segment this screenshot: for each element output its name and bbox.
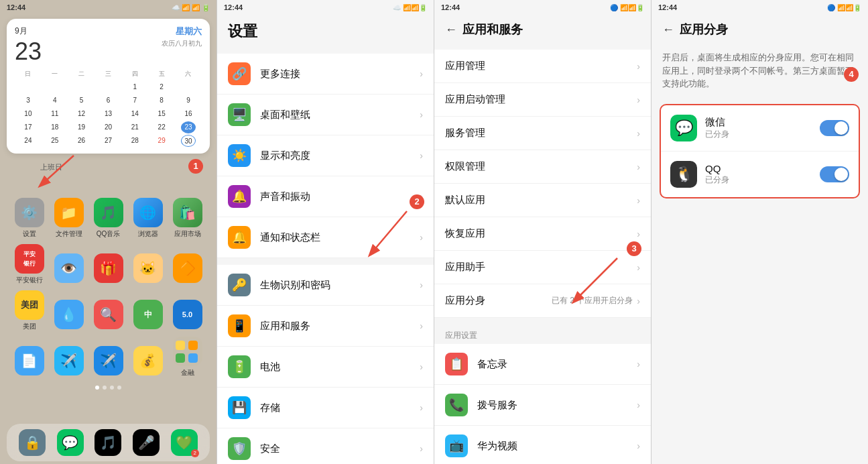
app-qqmusic[interactable]: 🎵 QQ音乐 [92, 198, 125, 239]
app-settings[interactable]: ⚙️ 设置 [13, 198, 46, 239]
app-settings-label: 设置 [23, 229, 36, 239]
item-restore-app[interactable]: 恢复应用 › [434, 217, 651, 251]
back-btn-4[interactable]: ← [662, 23, 674, 37]
item-app-manage[interactable]: 应用管理 › [434, 50, 651, 83]
app-row-1: ⚙️ 设置 📁 文件管理 🎵 QQ音乐 🌐 浏览器 🛍️ 应用市场 [7, 198, 210, 239]
app-finance-folder[interactable]: 金融 [171, 337, 204, 378]
item-app-clone[interactable]: 应用分身 已有 2 个应用开启分身 › [434, 284, 651, 318]
label-display: 显示和亮度 [260, 150, 410, 162]
app-appstore[interactable]: 🛍️ 应用市场 [171, 198, 204, 239]
time-1: 12:44 [7, 3, 25, 11]
app-row-4: 📄 ✈️ ✈️ 💰 金融 [7, 337, 210, 378]
app-4-1-icon: 📄 [15, 346, 44, 375]
item-app-startup[interactable]: 应用启动管理 › [434, 83, 651, 117]
app-3-2-icon: 💧 [54, 300, 84, 329]
app-2-2[interactable]: 👁️ [52, 253, 86, 285]
item-permission[interactable]: 权限管理 › [434, 150, 651, 184]
app-filemanager[interactable]: 📁 文件管理 [52, 198, 86, 239]
settings-item-apps[interactable]: 📱 应用和服务 › [217, 306, 434, 347]
settings-item-sound[interactable]: 🔔 声音和振动 › [217, 176, 434, 217]
time-4: 12:44 [658, 3, 677, 11]
settings-item-security[interactable]: 🛡️ 安全 › [217, 428, 434, 464]
item-service-manage[interactable]: 服务管理 › [434, 117, 651, 150]
cal-month: 9月 [15, 25, 42, 37]
wechat-toggle[interactable] [820, 120, 849, 136]
qq-name: QQ [705, 163, 812, 174]
calendar-widget: 9月 23 星期六 农历八月初九 日 一 二 三 四 五 六 [7, 19, 210, 154]
qq-clone-info: QQ 已分身 [705, 163, 812, 186]
settings-item-notification[interactable]: 🔔 通知和状态栏 › [217, 217, 434, 258]
section-title-app-settings: 应用设置 [434, 325, 651, 344]
app-4-1[interactable]: 📄 [13, 346, 46, 378]
app-telegram2-icon: ✈️ [94, 346, 123, 375]
app-4-4[interactable]: 💰 [131, 346, 165, 378]
app-3-2[interactable]: 💧 [52, 300, 86, 331]
dock-wechat[interactable]: 💬 [54, 429, 87, 456]
app-qqmusic-label: QQ音乐 [97, 229, 121, 239]
home-content: 9月 23 星期六 农历八月初九 日 一 二 三 四 五 六 [0, 15, 216, 421]
icon-memos: 📋 [445, 353, 468, 375]
dock-tiktok[interactable]: 🎤 [129, 429, 163, 456]
settings-item-biometric[interactable]: 🔑 生物识别和密码 › [217, 265, 434, 306]
app-2-4[interactable]: 🐱 [131, 253, 165, 285]
step-badge-1: 1 [188, 159, 203, 174]
icons-1: ☁️ 📶 📶 🔋 [172, 4, 210, 11]
icon-phone-service: 📞 [445, 394, 468, 416]
clone-wechat[interactable]: 💬 微信 已分身 [661, 105, 859, 152]
settings-item-more-connect[interactable]: 🔗 更多连接 › [217, 54, 434, 95]
item-huawei-video[interactable]: 📺 华为视频 › [434, 426, 651, 464]
app-2-3[interactable]: 🎁 [92, 253, 125, 285]
dock-music-icon: 🎵 [95, 429, 121, 456]
app-browser-icon: 🌐 [133, 198, 163, 227]
qq-clone-icon: 🐧 [670, 161, 697, 188]
dock-last[interactable]: 💚 2 [168, 429, 201, 456]
item-app-assistant[interactable]: 应用助手 › [434, 251, 651, 284]
icons-2: ☁️ 📶📶🔋 [393, 4, 427, 11]
apps-services-list: 应用管理 › 应用启动管理 › 服务管理 › 权限管理 › 默认应用 › 恢复应… [434, 43, 651, 464]
app-2-5-icon: 🔶 [173, 253, 202, 283]
dock-lock[interactable]: 🔒 [15, 429, 49, 456]
app-row-2: 平安银行 平安银行 👁️ 🎁 🐱 🔶 [7, 244, 210, 285]
app-browser[interactable]: 🌐 浏览器 [131, 198, 165, 239]
back-btn-3[interactable]: ← [445, 23, 457, 37]
settings-item-battery[interactable]: 🔋 电池 › [217, 347, 434, 388]
label-biometric: 生物识别和密码 [260, 279, 410, 292]
qq-toggle[interactable] [820, 166, 849, 182]
app-2-3-icon: 🎁 [94, 253, 123, 283]
app-3-5[interactable]: 5.0 [171, 300, 204, 331]
label-huawei-video: 华为视频 [477, 440, 627, 453]
icon-more-connect: 🔗 [228, 62, 251, 85]
dot-4 [117, 386, 121, 390]
chevron-biometric: › [420, 280, 423, 290]
label-battery: 电池 [260, 361, 410, 373]
item-memos[interactable]: 📋 备忘录 › [434, 344, 651, 385]
page-dots [7, 386, 210, 390]
notification-label: 上班日 [40, 162, 62, 172]
app-3-4[interactable]: 中 [131, 300, 165, 331]
app-telegram2[interactable]: ✈️ [92, 346, 125, 378]
status-bar-1: 12:44 ☁️ 📶 📶 🔋 [0, 0, 216, 15]
cal-weekday: 星期六 [162, 25, 202, 38]
settings-item-desktop[interactable]: 🖥️ 桌面和壁纸 › [217, 95, 434, 135]
app-3-5-icon: 5.0 [173, 300, 202, 329]
settings-item-storage[interactable]: 💾 存储 › [217, 388, 434, 428]
item-phone-service[interactable]: 📞 拨号服务 › [434, 385, 651, 426]
app-3-3[interactable]: 🔍 [92, 300, 125, 331]
chevron-huawei-video: › [637, 441, 640, 451]
icons-4: 🔵 📶📶🔋 [827, 4, 861, 11]
app-2-5[interactable]: 🔶 [171, 253, 204, 285]
app-telegram1[interactable]: ✈️ [52, 346, 86, 378]
app-pinganbk[interactable]: 平安银行 平安银行 [13, 244, 46, 285]
clone-qq[interactable]: 🐧 QQ 已分身 [661, 152, 859, 197]
app-3-3-icon: 🔍 [94, 300, 123, 329]
dock-music[interactable]: 🎵 [91, 429, 125, 456]
settings-item-display[interactable]: ☀️ 显示和亮度 › [217, 135, 434, 176]
label-phone-service: 拨号服务 [477, 399, 627, 412]
app-meituan[interactable]: 美团 美团 [13, 290, 46, 331]
item-default-app[interactable]: 默认应用 › [434, 184, 651, 217]
wechat-name: 微信 [705, 116, 812, 129]
cal-day: 23 [15, 40, 42, 64]
icons-3: 🔵 📶📶🔋 [610, 4, 644, 11]
dock-last-icon: 💚 2 [171, 429, 198, 456]
label-storage: 存储 [260, 402, 410, 414]
